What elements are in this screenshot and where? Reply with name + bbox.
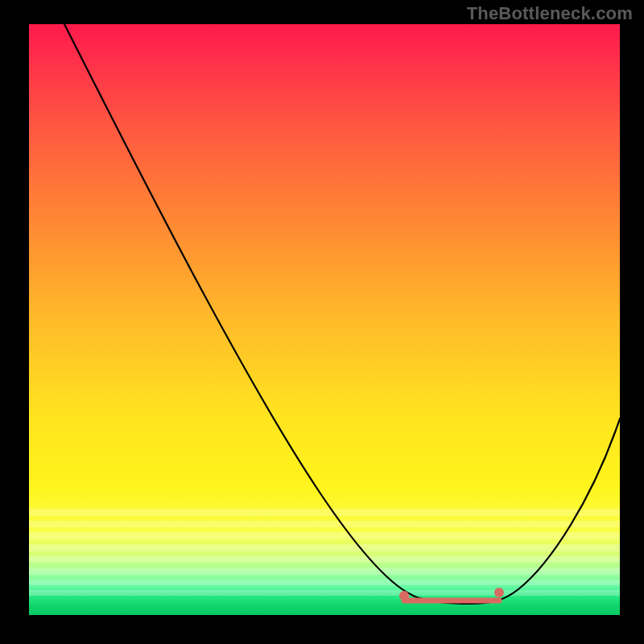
plateau-right-dot (494, 588, 504, 597)
chart-frame: TheBottleneck.com (0, 0, 644, 644)
watermark-text: TheBottleneck.com (467, 3, 633, 24)
plot-area (29, 24, 620, 615)
bottleneck-curve (64, 24, 620, 604)
curve-svg (29, 24, 620, 615)
plateau-left-dot (399, 591, 409, 601)
